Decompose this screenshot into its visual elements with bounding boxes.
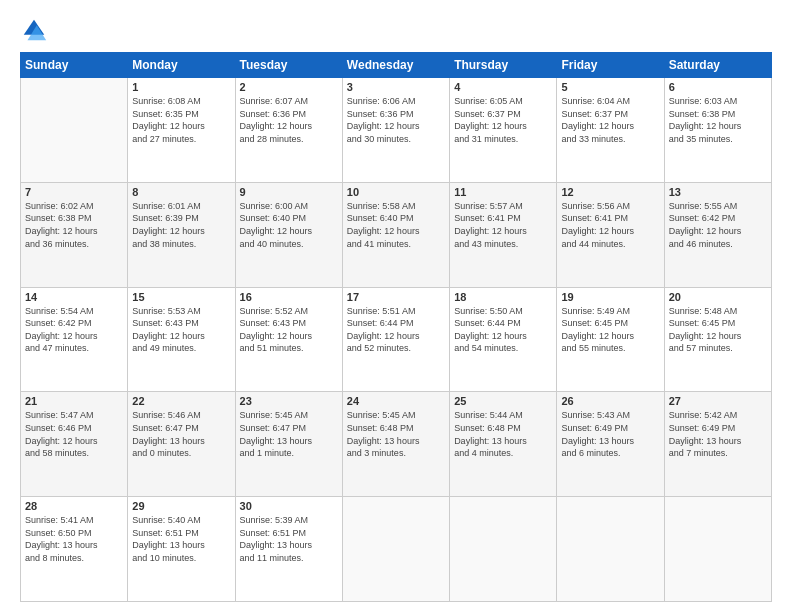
calendar-cell: 24Sunrise: 5:45 AM Sunset: 6:48 PM Dayli… [342, 392, 449, 497]
calendar-cell: 15Sunrise: 5:53 AM Sunset: 6:43 PM Dayli… [128, 287, 235, 392]
week-row-2: 7Sunrise: 6:02 AM Sunset: 6:38 PM Daylig… [21, 182, 772, 287]
logo-icon [20, 16, 48, 44]
day-info: Sunrise: 6:05 AM Sunset: 6:37 PM Dayligh… [454, 95, 552, 145]
day-number: 22 [132, 395, 230, 407]
day-number: 11 [454, 186, 552, 198]
day-info: Sunrise: 5:42 AM Sunset: 6:49 PM Dayligh… [669, 409, 767, 459]
calendar-cell: 26Sunrise: 5:43 AM Sunset: 6:49 PM Dayli… [557, 392, 664, 497]
day-info: Sunrise: 6:07 AM Sunset: 6:36 PM Dayligh… [240, 95, 338, 145]
day-number: 7 [25, 186, 123, 198]
day-number: 9 [240, 186, 338, 198]
calendar-cell: 22Sunrise: 5:46 AM Sunset: 6:47 PM Dayli… [128, 392, 235, 497]
day-info: Sunrise: 5:49 AM Sunset: 6:45 PM Dayligh… [561, 305, 659, 355]
day-info: Sunrise: 5:39 AM Sunset: 6:51 PM Dayligh… [240, 514, 338, 564]
day-number: 29 [132, 500, 230, 512]
calendar-header-row: SundayMondayTuesdayWednesdayThursdayFrid… [21, 53, 772, 78]
day-info: Sunrise: 6:04 AM Sunset: 6:37 PM Dayligh… [561, 95, 659, 145]
day-number: 14 [25, 291, 123, 303]
day-info: Sunrise: 6:03 AM Sunset: 6:38 PM Dayligh… [669, 95, 767, 145]
day-number: 27 [669, 395, 767, 407]
day-info: Sunrise: 5:46 AM Sunset: 6:47 PM Dayligh… [132, 409, 230, 459]
day-number: 26 [561, 395, 659, 407]
day-number: 17 [347, 291, 445, 303]
day-number: 21 [25, 395, 123, 407]
day-number: 28 [25, 500, 123, 512]
day-number: 18 [454, 291, 552, 303]
day-info: Sunrise: 5:56 AM Sunset: 6:41 PM Dayligh… [561, 200, 659, 250]
calendar-cell: 12Sunrise: 5:56 AM Sunset: 6:41 PM Dayli… [557, 182, 664, 287]
calendar-cell: 19Sunrise: 5:49 AM Sunset: 6:45 PM Dayli… [557, 287, 664, 392]
day-info: Sunrise: 5:45 AM Sunset: 6:47 PM Dayligh… [240, 409, 338, 459]
calendar-cell: 5Sunrise: 6:04 AM Sunset: 6:37 PM Daylig… [557, 78, 664, 183]
calendar-cell: 25Sunrise: 5:44 AM Sunset: 6:48 PM Dayli… [450, 392, 557, 497]
calendar-cell: 23Sunrise: 5:45 AM Sunset: 6:47 PM Dayli… [235, 392, 342, 497]
day-info: Sunrise: 6:02 AM Sunset: 6:38 PM Dayligh… [25, 200, 123, 250]
column-header-thursday: Thursday [450, 53, 557, 78]
day-number: 23 [240, 395, 338, 407]
day-number: 8 [132, 186, 230, 198]
column-header-saturday: Saturday [664, 53, 771, 78]
calendar-cell: 11Sunrise: 5:57 AM Sunset: 6:41 PM Dayli… [450, 182, 557, 287]
day-number: 12 [561, 186, 659, 198]
day-number: 2 [240, 81, 338, 93]
day-number: 19 [561, 291, 659, 303]
calendar-cell: 28Sunrise: 5:41 AM Sunset: 6:50 PM Dayli… [21, 497, 128, 602]
page: SundayMondayTuesdayWednesdayThursdayFrid… [0, 0, 792, 612]
calendar-cell: 9Sunrise: 6:00 AM Sunset: 6:40 PM Daylig… [235, 182, 342, 287]
day-number: 25 [454, 395, 552, 407]
day-info: Sunrise: 5:57 AM Sunset: 6:41 PM Dayligh… [454, 200, 552, 250]
calendar-cell: 1Sunrise: 6:08 AM Sunset: 6:35 PM Daylig… [128, 78, 235, 183]
header [20, 16, 772, 44]
day-info: Sunrise: 5:47 AM Sunset: 6:46 PM Dayligh… [25, 409, 123, 459]
calendar-cell: 10Sunrise: 5:58 AM Sunset: 6:40 PM Dayli… [342, 182, 449, 287]
day-info: Sunrise: 6:01 AM Sunset: 6:39 PM Dayligh… [132, 200, 230, 250]
column-header-tuesday: Tuesday [235, 53, 342, 78]
calendar-cell: 29Sunrise: 5:40 AM Sunset: 6:51 PM Dayli… [128, 497, 235, 602]
calendar-cell: 18Sunrise: 5:50 AM Sunset: 6:44 PM Dayli… [450, 287, 557, 392]
day-number: 1 [132, 81, 230, 93]
calendar-cell: 8Sunrise: 6:01 AM Sunset: 6:39 PM Daylig… [128, 182, 235, 287]
calendar-cell: 6Sunrise: 6:03 AM Sunset: 6:38 PM Daylig… [664, 78, 771, 183]
calendar-cell: 30Sunrise: 5:39 AM Sunset: 6:51 PM Dayli… [235, 497, 342, 602]
column-header-wednesday: Wednesday [342, 53, 449, 78]
day-info: Sunrise: 6:06 AM Sunset: 6:36 PM Dayligh… [347, 95, 445, 145]
day-info: Sunrise: 5:48 AM Sunset: 6:45 PM Dayligh… [669, 305, 767, 355]
calendar-cell [21, 78, 128, 183]
calendar-cell [342, 497, 449, 602]
day-info: Sunrise: 5:55 AM Sunset: 6:42 PM Dayligh… [669, 200, 767, 250]
week-row-4: 21Sunrise: 5:47 AM Sunset: 6:46 PM Dayli… [21, 392, 772, 497]
logo [20, 16, 52, 44]
calendar-cell [450, 497, 557, 602]
day-info: Sunrise: 5:51 AM Sunset: 6:44 PM Dayligh… [347, 305, 445, 355]
day-number: 16 [240, 291, 338, 303]
calendar-table: SundayMondayTuesdayWednesdayThursdayFrid… [20, 52, 772, 602]
column-header-sunday: Sunday [21, 53, 128, 78]
day-number: 24 [347, 395, 445, 407]
day-number: 15 [132, 291, 230, 303]
calendar-cell: 20Sunrise: 5:48 AM Sunset: 6:45 PM Dayli… [664, 287, 771, 392]
week-row-1: 1Sunrise: 6:08 AM Sunset: 6:35 PM Daylig… [21, 78, 772, 183]
calendar-cell: 4Sunrise: 6:05 AM Sunset: 6:37 PM Daylig… [450, 78, 557, 183]
calendar-cell: 3Sunrise: 6:06 AM Sunset: 6:36 PM Daylig… [342, 78, 449, 183]
calendar-cell [664, 497, 771, 602]
calendar-cell: 13Sunrise: 5:55 AM Sunset: 6:42 PM Dayli… [664, 182, 771, 287]
week-row-3: 14Sunrise: 5:54 AM Sunset: 6:42 PM Dayli… [21, 287, 772, 392]
day-info: Sunrise: 5:58 AM Sunset: 6:40 PM Dayligh… [347, 200, 445, 250]
day-info: Sunrise: 5:52 AM Sunset: 6:43 PM Dayligh… [240, 305, 338, 355]
day-number: 4 [454, 81, 552, 93]
calendar-cell: 17Sunrise: 5:51 AM Sunset: 6:44 PM Dayli… [342, 287, 449, 392]
calendar-cell: 2Sunrise: 6:07 AM Sunset: 6:36 PM Daylig… [235, 78, 342, 183]
calendar-cell: 21Sunrise: 5:47 AM Sunset: 6:46 PM Dayli… [21, 392, 128, 497]
day-info: Sunrise: 5:53 AM Sunset: 6:43 PM Dayligh… [132, 305, 230, 355]
day-info: Sunrise: 6:00 AM Sunset: 6:40 PM Dayligh… [240, 200, 338, 250]
day-info: Sunrise: 5:44 AM Sunset: 6:48 PM Dayligh… [454, 409, 552, 459]
day-number: 20 [669, 291, 767, 303]
day-info: Sunrise: 5:40 AM Sunset: 6:51 PM Dayligh… [132, 514, 230, 564]
day-info: Sunrise: 5:54 AM Sunset: 6:42 PM Dayligh… [25, 305, 123, 355]
day-info: Sunrise: 5:43 AM Sunset: 6:49 PM Dayligh… [561, 409, 659, 459]
calendar-cell: 27Sunrise: 5:42 AM Sunset: 6:49 PM Dayli… [664, 392, 771, 497]
column-header-monday: Monday [128, 53, 235, 78]
day-number: 13 [669, 186, 767, 198]
day-info: Sunrise: 6:08 AM Sunset: 6:35 PM Dayligh… [132, 95, 230, 145]
day-number: 5 [561, 81, 659, 93]
